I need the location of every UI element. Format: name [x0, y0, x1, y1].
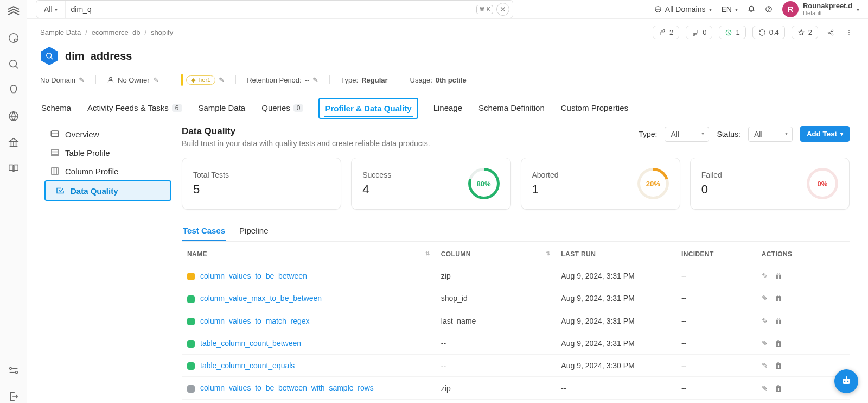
svg-point-34 — [846, 376, 847, 377]
edit-icon[interactable]: ✎ — [153, 76, 159, 84]
add-test-button[interactable]: Add Test▾ — [800, 126, 850, 142]
column-cell: shop_id — [436, 287, 556, 310]
lastrun-cell: Aug 9, 2024, 3:31 PM — [556, 265, 676, 287]
test-name-link[interactable]: table_column_count_equals — [200, 361, 295, 370]
delete-icon[interactable]: 🗑 — [775, 384, 782, 393]
user-menu[interactable]: R Rounakpreet.d Default ▾ — [782, 1, 859, 17]
column-cell: zip — [436, 377, 556, 399]
table-row: table_column_count_between--Aug 9, 2024,… — [182, 332, 850, 354]
edit-icon[interactable]: ✎ — [762, 294, 768, 303]
sidebar-item-table-profile[interactable]: Table Profile — [40, 143, 176, 162]
share-icon[interactable] — [825, 27, 837, 39]
sort-icon[interactable]: ⇅ — [425, 250, 430, 256]
entity-meta: No Domain✎ No Owner✎ ◆Tier1✎ Retention P… — [40, 74, 855, 86]
star-chip[interactable]: 2 — [792, 26, 818, 39]
entity-stats: 2 0 1 0.4 2 — [653, 26, 855, 39]
status-filter-dropdown[interactable]: All — [748, 127, 793, 142]
edit-icon[interactable]: ✎ — [79, 76, 85, 84]
edit-icon[interactable]: ✎ — [762, 317, 768, 325]
thumbs-up-chip[interactable]: 2 — [653, 26, 679, 39]
logout-icon[interactable] — [7, 390, 20, 403]
test-name-link[interactable]: table_column_count_between — [200, 339, 301, 348]
sidebar-item-data-quality[interactable]: Data Quality — [44, 180, 171, 201]
subtab-testcases[interactable]: Test Cases — [182, 222, 226, 241]
type-filter-label: Type: — [639, 130, 657, 138]
domains-dropdown[interactable]: All Domains▾ — [654, 5, 712, 14]
explore-icon[interactable] — [7, 32, 20, 45]
delete-icon[interactable]: 🗑 — [775, 361, 782, 370]
notifications-icon[interactable] — [748, 5, 755, 13]
settings-icon[interactable] — [7, 364, 20, 377]
search-scope-dropdown[interactable]: All▾ — [36, 1, 66, 18]
clear-search-button[interactable]: ✕ — [496, 3, 509, 16]
tier-field[interactable]: ◆Tier1✎ — [181, 74, 225, 86]
globe-icon[interactable] — [7, 110, 20, 123]
sort-icon[interactable]: ⇅ — [546, 250, 550, 256]
svg-rect-30 — [843, 379, 850, 384]
version-chip[interactable]: 0.4 — [752, 26, 785, 39]
svg-rect-24 — [52, 149, 58, 156]
help-icon[interactable] — [765, 5, 773, 13]
svg-line-3 — [15, 66, 18, 69]
user-role: Default — [803, 10, 852, 16]
status-icon — [187, 385, 195, 393]
search-nav-icon[interactable] — [7, 58, 20, 71]
tab-schema[interactable]: Schema — [40, 98, 72, 118]
table-row: column_values_to_be_between_with_sample_… — [182, 377, 850, 399]
owner-field[interactable]: No Owner✎ — [107, 76, 159, 84]
table-row: column_values_to_match_regexlast_nameAug… — [182, 310, 850, 332]
task-chip[interactable]: 1 — [719, 26, 745, 39]
delete-icon[interactable]: 🗑 — [775, 317, 782, 325]
domain-field[interactable]: No Domain✎ — [40, 76, 85, 84]
breadcrumb-item[interactable]: shopify — [151, 28, 173, 36]
search-input[interactable] — [66, 5, 476, 14]
edit-icon[interactable]: ✎ — [762, 361, 768, 370]
column-cell: -- — [436, 332, 556, 354]
tab-profiler[interactable]: Profiler & Data Quality — [318, 98, 418, 119]
logo-icon[interactable] — [7, 5, 20, 18]
edit-icon[interactable]: ✎ — [219, 76, 225, 84]
entity-type-icon — [40, 47, 59, 65]
delete-icon[interactable]: 🗑 — [775, 339, 782, 348]
incident-cell: -- — [676, 287, 756, 310]
breadcrumb-item[interactable]: Sample Data — [40, 28, 81, 36]
test-name-link[interactable]: column_values_to_be_between_with_sample_… — [200, 383, 374, 392]
delete-icon[interactable]: 🗑 — [775, 272, 782, 280]
governance-icon[interactable] — [7, 136, 20, 149]
usage-field: Usage:0th pctile — [410, 76, 467, 84]
subtab-pipeline[interactable]: Pipeline — [238, 222, 269, 241]
edit-icon[interactable]: ✎ — [762, 384, 768, 393]
tab-queries[interactable]: Queries0 — [260, 98, 304, 118]
lastrun-cell: Aug 9, 2024, 3:30 PM — [556, 355, 676, 377]
tab-lineage[interactable]: Lineage — [432, 98, 463, 118]
test-name-link[interactable]: column_values_to_match_regex — [200, 317, 310, 325]
more-icon[interactable] — [843, 27, 855, 39]
table-row: column_value_max_to_be_betweenshop_idAug… — [182, 287, 850, 310]
sidebar-item-overview[interactable]: Overview — [40, 125, 176, 143]
column-cell: zip — [436, 265, 556, 287]
sidebar-item-column-profile[interactable]: Column Profile — [40, 162, 176, 180]
glossary-icon[interactable] — [7, 162, 20, 175]
retention-field[interactable]: Retention Period:--✎ — [247, 76, 318, 84]
incident-cell: -- — [676, 310, 756, 332]
edit-icon[interactable]: ✎ — [762, 339, 768, 348]
tab-schema-def[interactable]: Schema Definition — [477, 98, 546, 118]
chat-fab-button[interactable] — [834, 369, 858, 393]
breadcrumb-item[interactable]: ecommerce_db — [92, 28, 141, 36]
tab-sample-data[interactable]: Sample Data — [197, 98, 247, 118]
svg-point-21 — [110, 77, 112, 80]
lastrun-cell: -- — [556, 377, 676, 399]
edit-icon[interactable]: ✎ — [312, 76, 318, 84]
edit-icon[interactable]: ✎ — [762, 272, 768, 280]
test-name-link[interactable]: column_values_to_be_between — [200, 272, 307, 280]
failed-card: Failed0 0% — [690, 158, 850, 210]
tab-activity[interactable]: Activity Feeds & Tasks6 — [86, 98, 183, 118]
language-dropdown[interactable]: EN▾ — [722, 5, 738, 14]
search-shortcut: ⌘ K — [476, 5, 493, 14]
delete-icon[interactable]: 🗑 — [775, 294, 782, 303]
thumbs-down-chip[interactable]: 0 — [686, 26, 712, 39]
test-name-link[interactable]: column_value_max_to_be_between — [200, 294, 322, 303]
type-filter-dropdown[interactable]: All — [665, 127, 709, 142]
tab-custom-props[interactable]: Custom Properties — [560, 98, 629, 118]
insights-icon[interactable] — [7, 84, 20, 97]
